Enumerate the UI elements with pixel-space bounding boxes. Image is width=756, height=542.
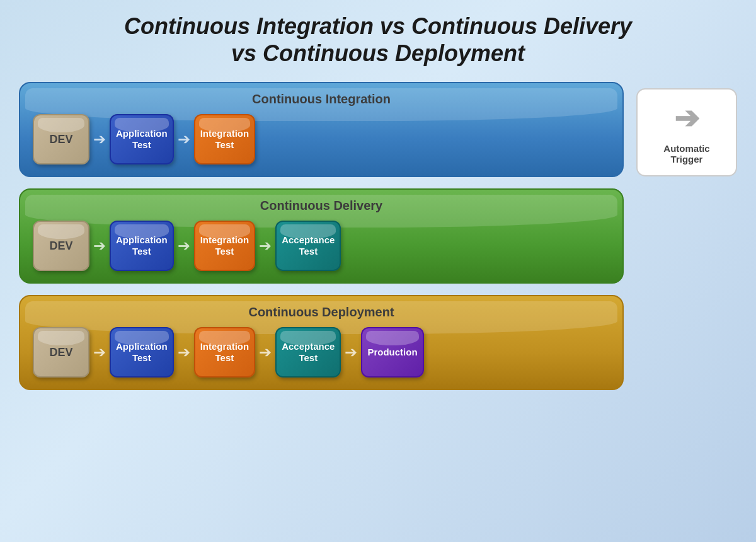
ci-arrow-2: ➔ — [178, 130, 190, 148]
cdeploy-stage-dev: DEV — [33, 327, 89, 378]
trigger-label: Automatic Trigger — [648, 143, 726, 164]
cd-stage-dev: DEV — [33, 221, 89, 271]
cdeploy-title: Continuous Deployment — [33, 305, 610, 320]
ci-arrow-1: ➔ — [93, 130, 106, 148]
cdeploy-stage-acctest: AcceptanceTest — [275, 327, 341, 378]
ci-flow: DEV ➔ ApplicationTest ➔ IntegrationTest — [33, 114, 610, 164]
cd-arrow-2: ➔ — [178, 237, 190, 255]
diagrams-column: Continuous Integration DEV ➔ Application… — [19, 82, 624, 390]
content-area: Continuous Integration DEV ➔ Application… — [19, 82, 737, 390]
cdeploy-stage-inttest: IntegrationTest — [194, 327, 256, 378]
ci-stage-dev: DEV — [33, 114, 89, 164]
cdeploy-arrow-4: ➔ — [345, 343, 357, 361]
cd-stage-acctest: AcceptanceTest — [275, 221, 341, 271]
ci-stage-apptest: ApplicationTest — [110, 114, 174, 164]
cdeploy-stage-production: Production — [361, 327, 423, 378]
cdeploy-arrow-3: ➔ — [259, 343, 272, 361]
cd-pipeline-box: Continuous Delivery DEV ➔ ApplicationTes… — [19, 188, 624, 284]
page-title: Continuous Integration vs Continuous Del… — [124, 13, 632, 67]
cdeploy-flow: DEV ➔ ApplicationTest ➔ IntegrationTest … — [33, 327, 610, 378]
cd-flow: DEV ➔ ApplicationTest ➔ IntegrationTest … — [33, 221, 610, 271]
cdeploy-arrow-2: ➔ — [178, 343, 190, 361]
cd-stage-inttest: IntegrationTest — [194, 221, 256, 271]
cd-arrow-1: ➔ — [93, 237, 106, 255]
trigger-arrow-icon: ➔ — [674, 100, 699, 136]
automatic-trigger-box: ➔ Automatic Trigger — [636, 88, 737, 176]
ci-pipeline-box: Continuous Integration DEV ➔ Application… — [19, 82, 624, 177]
cdeploy-arrow-1: ➔ — [93, 343, 106, 361]
cd-stage-apptest: ApplicationTest — [110, 221, 174, 271]
cd-title: Continuous Delivery — [33, 199, 610, 213]
cdeploy-pipeline-box: Continuous Deployment DEV ➔ ApplicationT… — [19, 295, 624, 390]
cdeploy-stage-apptest: ApplicationTest — [110, 327, 174, 378]
cd-arrow-3: ➔ — [259, 237, 272, 255]
ci-title: Continuous Integration — [33, 92, 610, 107]
ci-stage-inttest: IntegrationTest — [194, 114, 256, 164]
